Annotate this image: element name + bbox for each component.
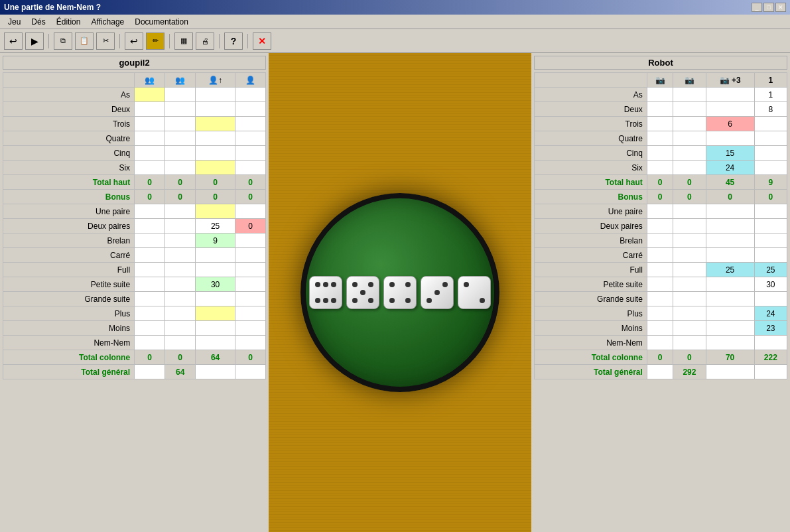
score-cell[interactable] (235, 233, 265, 248)
score-cell[interactable] (235, 306, 265, 321)
score-cell[interactable]: 30 (196, 277, 235, 292)
score-cell[interactable] (165, 219, 196, 233)
score-cell[interactable] (647, 161, 673, 175)
die-3[interactable] (383, 276, 417, 309)
score-cell[interactable] (165, 146, 196, 161)
score-cell[interactable] (196, 248, 235, 263)
score-cell[interactable] (235, 292, 265, 306)
score-cell[interactable] (647, 88, 673, 102)
score-cell[interactable] (165, 248, 196, 263)
score-cell[interactable] (647, 292, 673, 306)
score-cell[interactable] (196, 117, 235, 131)
score-cell[interactable] (196, 102, 235, 117)
menu-documentation[interactable]: Documentation (129, 16, 194, 28)
score-cell[interactable] (673, 336, 706, 350)
score-cell[interactable] (706, 321, 754, 336)
score-cell[interactable] (196, 204, 235, 219)
score-cell[interactable] (706, 204, 754, 219)
score-cell[interactable]: 24 (706, 161, 754, 175)
score-cell[interactable]: 25 (754, 263, 787, 277)
score-cell[interactable] (673, 263, 706, 277)
score-cell[interactable] (673, 292, 706, 306)
score-cell[interactable] (647, 131, 673, 146)
score-cell[interactable]: 30 (754, 277, 787, 292)
score-cell[interactable] (673, 233, 706, 248)
score-cell[interactable] (754, 161, 787, 175)
score-cell[interactable] (135, 233, 165, 248)
score-cell[interactable] (135, 336, 165, 350)
score-cell[interactable] (647, 233, 673, 248)
score-cell[interactable] (673, 219, 706, 233)
score-cell[interactable] (196, 321, 235, 336)
score-cell[interactable] (235, 131, 265, 146)
help-button[interactable]: ? (224, 33, 243, 50)
score-cell[interactable] (165, 321, 196, 336)
die-1[interactable] (309, 276, 342, 309)
score-cell[interactable] (165, 117, 196, 131)
minimize-button[interactable]: _ (752, 3, 762, 12)
score-cell[interactable] (165, 204, 196, 219)
score-cell[interactable] (754, 204, 787, 219)
score-cell[interactable] (706, 102, 754, 117)
score-cell[interactable] (673, 102, 706, 117)
score-cell[interactable] (673, 88, 706, 102)
copy-button[interactable]: ⧉ (54, 33, 72, 50)
score-cell[interactable] (196, 336, 235, 350)
score-cell[interactable]: 0 (235, 219, 265, 233)
menu-des[interactable]: Dés (26, 16, 50, 28)
score-cell[interactable] (196, 161, 235, 175)
score-cell[interactable] (135, 306, 165, 321)
score-cell[interactable] (647, 117, 673, 131)
score-cell[interactable]: 23 (754, 321, 787, 336)
score-cell[interactable] (235, 336, 265, 350)
die-4[interactable] (421, 276, 454, 309)
score-cell[interactable] (706, 131, 754, 146)
score-cell[interactable] (135, 204, 165, 219)
score-cell[interactable] (754, 336, 787, 350)
score-cell[interactable] (754, 117, 787, 131)
score-cell[interactable] (706, 88, 754, 102)
score-cell[interactable] (196, 306, 235, 321)
score-cell[interactable] (673, 204, 706, 219)
score-cell[interactable] (647, 306, 673, 321)
score-cell[interactable] (754, 219, 787, 233)
score-cell[interactable] (647, 204, 673, 219)
score-cell[interactable] (235, 277, 265, 292)
score-cell[interactable] (235, 88, 265, 102)
score-cell[interactable] (647, 248, 673, 263)
score-cell[interactable]: 25 (196, 219, 235, 233)
score-cell[interactable]: 15 (706, 146, 754, 161)
score-cell[interactable] (196, 131, 235, 146)
score-cell[interactable] (135, 131, 165, 146)
score-cell[interactable] (165, 102, 196, 117)
score-cell[interactable] (673, 131, 706, 146)
score-cell[interactable]: 1 (754, 88, 787, 102)
score-cell[interactable] (647, 277, 673, 292)
score-cell[interactable] (165, 131, 196, 146)
score-cell[interactable] (754, 146, 787, 161)
close-window-button[interactable]: ✕ (775, 3, 786, 12)
score-cell[interactable]: 6 (706, 117, 754, 131)
score-cell[interactable] (135, 263, 165, 277)
score-cell[interactable] (706, 336, 754, 350)
score-cell[interactable]: 8 (754, 102, 787, 117)
score-cell[interactable] (165, 292, 196, 306)
score-cell[interactable] (673, 277, 706, 292)
score-cell[interactable] (165, 263, 196, 277)
score-cell[interactable] (647, 321, 673, 336)
score-cell[interactable] (673, 248, 706, 263)
score-cell[interactable] (673, 161, 706, 175)
score-cell[interactable] (673, 306, 706, 321)
score-cell[interactable] (235, 161, 265, 175)
score-cell[interactable] (135, 292, 165, 306)
score-cell[interactable] (235, 102, 265, 117)
score-cell[interactable] (647, 102, 673, 117)
score-cell[interactable]: 25 (706, 263, 754, 277)
score-cell[interactable] (165, 88, 196, 102)
score-cell[interactable] (754, 233, 787, 248)
score-cell[interactable]: 24 (754, 306, 787, 321)
print-button[interactable]: 🖨 (196, 33, 214, 50)
score-cell[interactable] (165, 306, 196, 321)
die-5[interactable] (458, 276, 491, 309)
maximize-button[interactable]: □ (763, 3, 774, 12)
